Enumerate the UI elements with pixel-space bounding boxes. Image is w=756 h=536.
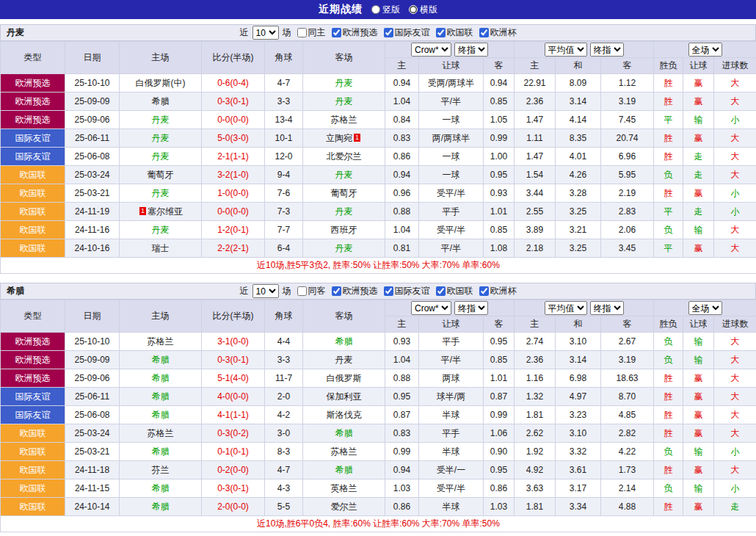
- layout-horizontal-option[interactable]: 横版: [409, 4, 437, 16]
- average-stage-select[interactable]: 终指: [590, 301, 624, 315]
- filter-checkbox-label: 同主: [308, 26, 326, 39]
- handicap-odds: 1.04: [385, 93, 419, 111]
- home-team: 丹麦: [120, 148, 202, 166]
- filter-checkbox-label: 欧洲杯: [490, 285, 517, 297]
- match-date: 25-06-08: [65, 406, 120, 424]
- bookmaker-select[interactable]: Crow*: [411, 301, 451, 315]
- average-odds: 2.36: [515, 93, 556, 111]
- bookmaker-select[interactable]: Crow*: [411, 43, 451, 57]
- corners: 4-2: [265, 406, 303, 424]
- home-team: 丹麦: [120, 129, 202, 148]
- handicap-stage-select[interactable]: 终指: [454, 301, 488, 315]
- column-subheader: 主: [515, 58, 556, 74]
- filter-checkbox-label: 欧洲预选: [343, 26, 378, 39]
- filter-checkbox-3[interactable]: 欧国联: [436, 26, 473, 39]
- match-row: 国际友谊25-06-08丹麦2-1(1-1)12-0北爱尔兰0.86一球1.00…: [1, 148, 756, 166]
- handicap-odds: 0.87: [484, 388, 515, 406]
- filter-checkbox-4[interactable]: 欧洲杯: [479, 26, 517, 39]
- away-team: 希腊: [303, 461, 385, 479]
- handicap-odds: 平/半: [419, 239, 484, 258]
- home-team: 希腊: [120, 406, 202, 424]
- score: 0-2(0-0): [202, 461, 265, 479]
- filter-checkbox-4[interactable]: 欧洲杯: [479, 285, 517, 297]
- competition-badge: 欧国联: [1, 221, 65, 239]
- filter-checkbox-input[interactable]: [436, 286, 446, 296]
- filter-checkbox-input[interactable]: [332, 286, 341, 296]
- score: 1-0(0-0): [202, 184, 265, 203]
- average-odds: 8.70: [601, 388, 654, 406]
- column-subheader: 让球: [683, 58, 714, 74]
- handicap-odds: 0.84: [385, 111, 419, 129]
- match-row: 欧洲预选25-10-10白俄罗斯(中)0-6(0-4)4-7丹麦0.94受两/两…: [1, 74, 756, 93]
- recent-count-select[interactable]: 10: [252, 284, 279, 298]
- filter-checkbox-0[interactable]: 同主: [297, 26, 326, 39]
- average-odds: 2.62: [515, 424, 556, 443]
- filter-checkbox-1[interactable]: 欧洲预选: [332, 285, 378, 297]
- handicap-odds: 两球: [419, 369, 484, 388]
- handicap-odds: 1.04: [385, 351, 419, 369]
- filter-checkbox-input[interactable]: [297, 28, 307, 37]
- result: 大: [714, 333, 756, 351]
- column-header-corners: 角球: [265, 42, 303, 74]
- filter-checkbox-input[interactable]: [297, 286, 307, 296]
- column-header-home: 主场: [120, 42, 202, 74]
- result: 负: [654, 221, 683, 239]
- handicap-odds: 1.01: [484, 203, 515, 221]
- competition-badge: 欧国联: [1, 424, 65, 443]
- average-odds: 2.19: [601, 184, 654, 203]
- filter-checkbox-input[interactable]: [332, 28, 341, 37]
- result: 胜: [654, 93, 683, 111]
- filter-checkbox-input[interactable]: [436, 28, 446, 37]
- handicap-odds: 平手: [419, 203, 484, 221]
- filter-checkbox-input[interactable]: [384, 286, 393, 296]
- handicap-stage-select[interactable]: 终指: [454, 43, 488, 57]
- filter-checkbox-1[interactable]: 欧洲预选: [332, 26, 378, 39]
- filter-checkbox-input[interactable]: [479, 28, 489, 37]
- filter-checkbox-3[interactable]: 欧国联: [436, 285, 473, 297]
- average-select[interactable]: 平均值: [545, 43, 587, 57]
- filter-checkbox-0[interactable]: 同客: [297, 285, 326, 297]
- recent-count-select[interactable]: 10: [252, 26, 279, 40]
- filter-checkbox-label: 欧洲预选: [343, 285, 378, 297]
- match-row: 欧国联25-03-24葡萄牙3-2(1-0)9-4丹麦0.94一球0.951.5…: [1, 166, 756, 184]
- average-select[interactable]: 平均值: [545, 301, 587, 315]
- handicap-odds: 0.96: [385, 184, 419, 203]
- match-date: 24-10-16: [65, 239, 120, 258]
- handicap-odds: 1.08: [484, 239, 515, 258]
- vertical-radio[interactable]: [371, 5, 380, 14]
- average-stage-select[interactable]: 终指: [590, 43, 624, 57]
- filter-checkbox-2[interactable]: 国际友谊: [384, 285, 430, 297]
- away-team: 斯洛伐克: [303, 406, 385, 424]
- result: 走: [683, 148, 714, 166]
- score: 2-1(1-1): [202, 148, 265, 166]
- filter-checkbox-input[interactable]: [384, 28, 393, 37]
- horizontal-radio[interactable]: [409, 5, 418, 14]
- period-select[interactable]: 全场: [688, 301, 722, 315]
- column-subheader: 进球数: [714, 316, 756, 333]
- result: 大: [714, 369, 756, 388]
- match-date: 25-03-21: [65, 443, 120, 461]
- match-date: 24-11-18: [65, 461, 120, 479]
- match-row: 欧洲预选25-09-06希腊5-1(4-0)11-7白俄罗斯0.88两球1.01…: [1, 369, 756, 388]
- score: 0-3(0-1): [202, 351, 265, 369]
- summary-row: 近10场,胜6平0负4, 胜率:60% 让胜率:60% 大率:70% 单率:50…: [1, 516, 756, 532]
- match-row: 欧洲预选25-10-10苏格兰3-1(0-0)4-4希腊0.93平手0.952.…: [1, 333, 756, 351]
- away-team: 爱尔兰: [303, 498, 385, 516]
- competition-badge: 欧国联: [1, 498, 65, 516]
- corners: 7-3: [265, 203, 303, 221]
- competition-badge: 欧洲预选: [1, 351, 65, 369]
- away-team: 北爱尔兰: [303, 148, 385, 166]
- layout-vertical-option[interactable]: 竖版: [371, 4, 400, 16]
- period-select[interactable]: 全场: [688, 43, 722, 57]
- result: 走: [683, 166, 714, 184]
- filter-checkbox-input[interactable]: [479, 286, 489, 296]
- result: 赢: [683, 93, 714, 111]
- filter-checkbox-2[interactable]: 国际友谊: [384, 26, 430, 39]
- away-team: 苏格兰: [303, 443, 385, 461]
- away-team: 丹麦: [303, 166, 385, 184]
- average-odds: 2.14: [601, 479, 654, 498]
- result: 大: [714, 406, 756, 424]
- result: 小: [714, 203, 756, 221]
- corners: 6-4: [265, 239, 303, 258]
- filter-checkbox-label: 欧国联: [447, 285, 473, 297]
